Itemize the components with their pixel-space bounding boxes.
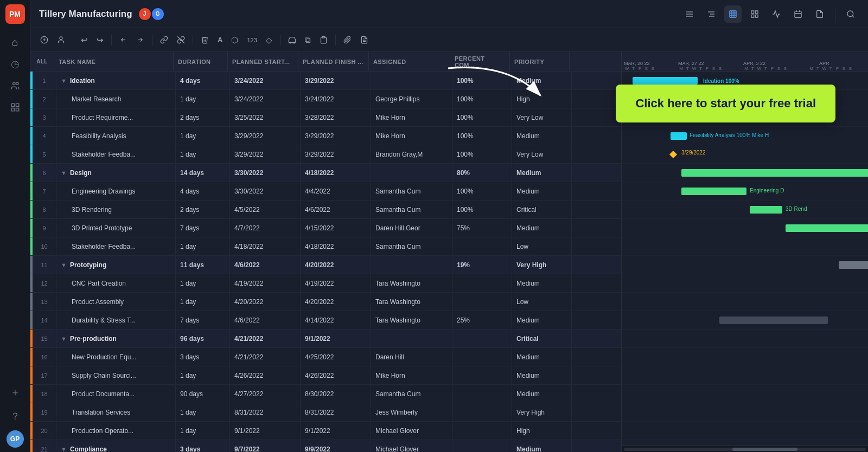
- search-btn[interactable]: [842, 5, 859, 23]
- sidebar-item-projects[interactable]: [5, 98, 25, 117]
- free-trial-banner[interactable]: Click here to start your free trial: [616, 85, 835, 122]
- horizontal-scrollbar[interactable]: [622, 445, 868, 452]
- gantt-row-17: [622, 366, 868, 385]
- th-task[interactable]: TASK NAME: [54, 52, 174, 71]
- cut-btn[interactable]: [285, 34, 299, 46]
- undo-btn[interactable]: ↩: [78, 33, 91, 47]
- table-row[interactable]: 11 ▼Prototyping 11 days 4/6/2022 4/20/20…: [30, 256, 621, 274]
- gantt-row-13: [622, 293, 868, 311]
- row-num: 21: [33, 440, 56, 452]
- row-duration: 1 day: [176, 422, 230, 440]
- shape-btn[interactable]: ⬡: [228, 33, 241, 47]
- table-row[interactable]: 19 Translation Services 1 day 8/31/2022 …: [30, 403, 621, 422]
- row-duration: 1 day: [176, 127, 230, 145]
- table-row[interactable]: 14 Durability & Stress T... 7 days 4/6/2…: [30, 311, 621, 330]
- row-duration: 7 days: [176, 219, 230, 237]
- th-assigned[interactable]: ASSIGNED: [369, 52, 450, 71]
- table-row[interactable]: 9 3D Printed Prototype 7 days 4/7/2022 4…: [30, 219, 621, 237]
- table-row[interactable]: 10 Stakeholder Feedba... 1 day 4/18/2022…: [30, 237, 621, 256]
- svg-rect-2: [11, 104, 14, 106]
- copy-btn[interactable]: ⧉: [302, 33, 314, 47]
- table-view-btn[interactable]: [724, 5, 742, 23]
- row-start: 4/27/2022: [230, 385, 301, 403]
- sidebar-item-add[interactable]: ＋: [5, 383, 25, 402]
- table-row[interactable]: 2 Market Research 1 day 3/24/2022 3/24/2…: [30, 90, 621, 108]
- doc-view-btn[interactable]: [811, 5, 828, 23]
- table-row[interactable]: 8 3D Rendering 2 days 4/5/2022 4/6/2022 …: [30, 201, 621, 219]
- avatar-user1[interactable]: J: [138, 7, 152, 21]
- th-start[interactable]: PLANNED START...: [228, 52, 298, 71]
- th-all[interactable]: ALL: [30, 52, 54, 71]
- row-priority: Medium: [512, 182, 572, 200]
- row-start: 9/7/2022: [230, 440, 301, 452]
- table-row[interactable]: 16 New Production Equ... 3 days 4/21/202…: [30, 348, 621, 366]
- user-avatar[interactable]: GP: [7, 430, 24, 448]
- calendar-view-btn[interactable]: [789, 5, 807, 23]
- table-row[interactable]: 5 Stakeholder Feedba... 1 day 3/29/2022 …: [30, 145, 621, 164]
- row-finish: 3/28/2022: [301, 108, 371, 126]
- sidebar-item-team[interactable]: [5, 76, 25, 95]
- outdent-btn[interactable]: [116, 34, 131, 46]
- number-btn[interactable]: 123: [244, 35, 260, 46]
- row-duration: 3 days: [176, 440, 230, 452]
- table-row[interactable]: 21 ▼Compliance 3 days 9/7/2022 9/9/2022 …: [30, 440, 621, 452]
- th-duration[interactable]: DURATION: [174, 52, 228, 71]
- table-row[interactable]: 3 Product Requireme... 2 days 3/25/2022 …: [30, 108, 621, 127]
- row-start: 4/21/2022: [230, 348, 301, 366]
- th-finish[interactable]: PLANNED FINISH ...: [298, 52, 369, 71]
- row-percent: [452, 366, 512, 384]
- delete-btn[interactable]: [197, 34, 212, 46]
- table-row[interactable]: 7 Engineering Drawings 4 days 3/30/2022 …: [30, 182, 621, 201]
- board-view-btn[interactable]: [746, 5, 763, 23]
- row-task: ▼Pre-production: [56, 330, 176, 347]
- table-row[interactable]: 15 ▼Pre-production 96 days 4/21/2022 9/1…: [30, 330, 621, 348]
- avatar-user2[interactable]: G: [151, 7, 165, 21]
- diamond-btn[interactable]: ◇: [263, 33, 276, 47]
- row-task: 3D Printed Prototype: [56, 219, 176, 237]
- row-start: 4/18/2022: [230, 237, 301, 255]
- row-task: ▼Compliance: [56, 440, 176, 452]
- row-num: 14: [33, 311, 56, 329]
- row-num: 6: [33, 164, 56, 182]
- table-row[interactable]: 17 Supply Chain Sourci... 1 day 4/26/202…: [30, 366, 621, 385]
- table-row[interactable]: 4 Feasibility Analysis 1 day 3/29/2022 3…: [30, 127, 621, 145]
- gantt-row-18: [622, 385, 868, 403]
- font-btn[interactable]: A: [214, 34, 226, 46]
- unlink-btn[interactable]: [174, 34, 188, 46]
- row-percent: [452, 274, 512, 292]
- list-view-btn[interactable]: [681, 5, 698, 23]
- row-priority: Critical: [512, 330, 572, 347]
- table-row[interactable]: 1 ▼Ideation 4 days 3/24/2022 3/29/2022 1…: [30, 72, 621, 90]
- indent-btn[interactable]: [133, 34, 148, 46]
- table-gantt-wrapper: Click here to start your free trial ALL …: [30, 52, 868, 452]
- scrollbar-thumb[interactable]: [732, 448, 797, 451]
- note-btn[interactable]: [357, 34, 372, 46]
- sidebar-item-home[interactable]: ⌂: [5, 33, 25, 52]
- row-finish: 3/24/2022: [301, 90, 371, 108]
- attach-btn[interactable]: [340, 34, 355, 46]
- row-start: 4/5/2022: [230, 201, 301, 218]
- table-row[interactable]: 12 CNC Part Creation 1 day 4/19/2022 4/1…: [30, 274, 621, 293]
- row-duration: 7 days: [176, 311, 230, 329]
- table-header: ALL TASK NAME DURATION PLANNED START... …: [30, 52, 621, 72]
- table-row[interactable]: 6 ▼Design 14 days 3/30/2022 4/18/2022 80…: [30, 164, 621, 182]
- app-logo[interactable]: PM: [5, 4, 25, 24]
- row-task: Engineering Drawings: [56, 182, 176, 200]
- sidebar-item-help[interactable]: ？: [5, 406, 25, 426]
- table-row[interactable]: 18 Product Documenta... 90 days 4/27/202…: [30, 385, 621, 403]
- table-row[interactable]: 20 Production Operato... 1 day 9/1/2022 …: [30, 422, 621, 440]
- link-btn[interactable]: [157, 34, 171, 46]
- row-start: 3/30/2022: [230, 182, 301, 200]
- row-start: 4/6/2022: [230, 311, 301, 329]
- paste-btn[interactable]: [316, 34, 331, 46]
- chart-view-btn[interactable]: [768, 5, 785, 23]
- add-task-btn[interactable]: [37, 34, 52, 46]
- svg-rect-32: [322, 36, 325, 38]
- table-row[interactable]: 13 Product Assembly 1 day 4/20/2022 4/20…: [30, 293, 621, 311]
- th-priority[interactable]: PRIORITY: [510, 52, 570, 71]
- redo-btn[interactable]: ↪: [93, 33, 107, 47]
- th-percent[interactable]: PERCENT COM...: [450, 52, 510, 71]
- sidebar-item-recent[interactable]: ◷: [5, 54, 25, 74]
- gantt-view-btn[interactable]: [703, 5, 720, 23]
- add-user-btn[interactable]: [54, 34, 68, 46]
